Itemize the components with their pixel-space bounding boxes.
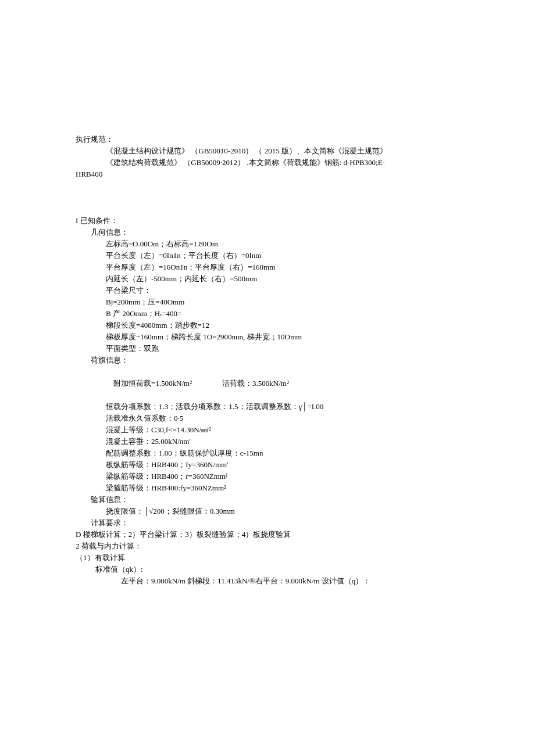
load-line: 混凝土容垂：25.00kN/πm' (76, 436, 459, 447)
section2-title: 2 荷载与内力计算： (76, 540, 459, 552)
geom-line: 平台长度（左）=0In1n；平台长度（右）=0Inm (76, 250, 459, 261)
check-line: 挠度限值：│√200；裂缝限值：0.30mm (76, 506, 459, 517)
load-line: 梁纵筋等级：HRB400；r=360NZmmʲ (76, 471, 459, 482)
geom-line: Bj=200mm；压=40Omm (76, 296, 459, 308)
check-title: 验算信息： (76, 494, 459, 506)
section2-s2: 左平台：9.000kN/m 斜梯段：11.413kN/®右平台：9.000kN/… (76, 575, 459, 587)
section1-title: I 已知条件： (76, 215, 459, 227)
load-gap (192, 379, 222, 388)
geom-line: 平台梁尺寸： (76, 285, 459, 296)
header-line-4: HRB400 (76, 169, 459, 180)
load-line: 板纵筋等级：HRB400；fy=360N/mm' (76, 459, 459, 471)
header-line-1: 执行规范： (76, 134, 459, 145)
section2-sub1: （1）有载计算 (76, 552, 459, 564)
document-page: 执行规范： 《混凝土结构设计规范》 （GB50010-2010） （ 2015 … (0, 0, 535, 756)
load-line: 活载准永久值系数：0·5 (76, 413, 459, 424)
geom-line: 梯段长度=4080mm；踏步数=12 (76, 320, 459, 331)
calc-req-title: 计算要求： (76, 517, 459, 529)
geom-line: 左标高~O.00Om；右标高=1.80Om (76, 238, 459, 250)
blank-spacer (76, 198, 459, 215)
load-title: 荷旗信息： (76, 354, 459, 366)
section2-s1: 标准值（qk）: (76, 564, 459, 575)
load-line: 配筋调整系数：1.00；纵筋保护以厚度：c-15mn (76, 447, 459, 459)
blank-spacer (76, 180, 459, 198)
calc-req-line: D 楼梯板计算；2）平台梁计算；3）板裂缝验算；4）板挠度验算 (76, 529, 459, 540)
header-line-2: 《混凝土结构设计规范》 （GB50010-2010） （ 2015 版）、本文简… (76, 145, 459, 157)
load-line: 恒载分项系数：1.3；活载分项系数：1.5；活载调整系数：γ│=I.00 (76, 401, 459, 413)
geom-line: 内延长（左）-500mm；内延长（右）=500mm (76, 273, 459, 285)
load-line: 梁箍筋等级：HRB400:fy=360NZmm² (76, 482, 459, 494)
geom-line: B 产 20Omm；Hᵣ=400= (76, 308, 459, 320)
load-line: 混凝上等级：C30,f<=14.30N/㎟² (76, 424, 459, 436)
geom-line: 梯板厚度−160mm；梯跨长度 1O=2900nun, 梯井宽；10Omm (76, 331, 459, 343)
load-line-1: 附加恒荷载=1.500kN/m² 活荷载：3.500kN/m² (76, 366, 459, 401)
geom-line: 平台厚度（左）=16On1n；平台厚度（右）=160mm (76, 261, 459, 273)
header-line-3: 《建筑结构荷载规范》 （GB50009·2012） .本文简称《荷载规能》钢筋:… (76, 157, 459, 169)
load-line-1b: 活荷载：3.500kN/m² (222, 379, 289, 388)
geom-title: 几何信息： (76, 227, 459, 238)
load-line-1a: 附加恒荷载=1.500kN/m² (113, 379, 192, 388)
geom-line: 平面类型：双跑 (76, 343, 459, 354)
